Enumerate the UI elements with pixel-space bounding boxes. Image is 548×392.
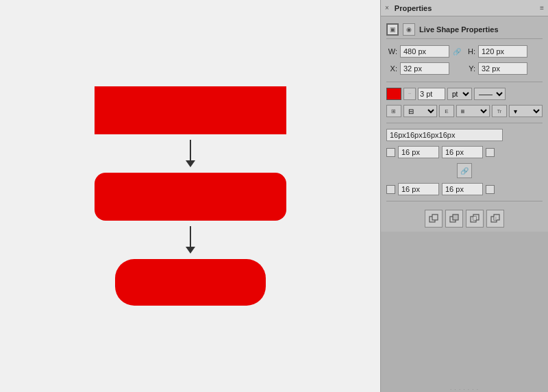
arrow-1 <box>186 140 195 167</box>
stroke-row: ╌ pt ▾ px ——— - - - <box>386 88 543 100</box>
wh-row: W: 🔗 H: <box>386 45 543 58</box>
panel-close-button[interactable]: × <box>385 4 389 12</box>
corner-br-input[interactable] <box>442 183 483 195</box>
align-select-3[interactable]: ▾ <box>509 105 543 117</box>
svg-rect-9 <box>494 217 497 220</box>
panel-body: ▣ ◉ Live Shape Properties W: 🔗 H: X: Y: … <box>381 16 548 232</box>
xy-row: X: Y: <box>386 62 543 75</box>
transform-icon[interactable]: ▣ <box>386 23 399 36</box>
align-row: ⊞ ⊟ E ≡ Tr ▾ <box>386 105 543 117</box>
divider-1 <box>386 82 543 82</box>
x-input[interactable] <box>400 62 449 75</box>
h-input[interactable] <box>478 45 527 58</box>
appearance-icon[interactable]: ◉ <box>403 23 415 36</box>
rect-more-rounded[interactable] <box>115 259 266 306</box>
arrow-head-2 <box>186 247 195 254</box>
corner-all-row <box>386 129 543 141</box>
arrow-line-2 <box>190 226 191 247</box>
resize-dots: · · · · · · · <box>450 387 479 393</box>
path-op-intersect[interactable] <box>466 210 484 228</box>
properties-panel: × Properties ≡ ▣ ◉ Live Shape Properties… <box>380 0 548 392</box>
divider-2 <box>386 123 543 123</box>
corner-br-checkbox[interactable] <box>486 185 495 194</box>
fill-color-swatch[interactable] <box>386 88 401 100</box>
corner-tl-checkbox[interactable] <box>386 148 395 157</box>
stroke-unit-select[interactable]: pt ▾ px <box>447 88 472 100</box>
align-select-1[interactable]: ⊟ <box>403 105 437 117</box>
arrow-line-1 <box>190 140 191 160</box>
rect-rounded[interactable] <box>95 173 286 221</box>
panel-resize-handle[interactable]: · · · · · · · <box>381 387 548 392</box>
live-shape-header: ▣ ◉ Live Shape Properties <box>386 21 543 39</box>
corner-bl-input[interactable] <box>398 183 439 195</box>
path-op-exclude[interactable] <box>486 210 504 228</box>
corner-all-input[interactable] <box>386 129 503 141</box>
path-op-union[interactable] <box>425 210 443 228</box>
corner-bl-br-row <box>386 183 543 195</box>
x-label: X: <box>386 64 397 73</box>
wh-link-icon[interactable]: 🔗 <box>452 47 462 56</box>
arrow-head-1 <box>186 160 195 167</box>
y-label: Y: <box>464 64 475 73</box>
svg-rect-1 <box>432 215 438 220</box>
corner-tl-tr-row <box>386 146 543 158</box>
w-input[interactable] <box>400 45 449 58</box>
arrow-2 <box>186 226 195 254</box>
align-icon-1[interactable]: ⊞ <box>386 105 401 117</box>
live-shape-title: Live Shape Properties <box>419 25 499 34</box>
shape-group <box>95 86 286 306</box>
panel-header-left: × Properties <box>385 4 432 12</box>
svg-rect-6 <box>473 217 476 220</box>
svg-rect-3 <box>453 215 458 220</box>
panel-menu-button[interactable]: ≡ <box>540 4 544 12</box>
align-icon-2[interactable]: E <box>439 105 454 117</box>
corner-bl-checkbox[interactable] <box>386 185 395 194</box>
stroke-style-select[interactable]: ——— - - - <box>474 88 506 100</box>
rect-sharp[interactable] <box>95 86 286 134</box>
path-ops-row <box>386 210 543 228</box>
panel-header: × Properties ≡ <box>381 0 548 16</box>
divider-3 <box>386 201 543 201</box>
panel-title: Properties <box>395 4 432 12</box>
align-select-2[interactable]: ≡ <box>456 105 490 117</box>
path-op-subtract[interactable] <box>445 210 463 228</box>
stroke-width-input[interactable] <box>418 88 445 100</box>
h-label: H: <box>464 47 475 56</box>
corner-tr-checkbox[interactable] <box>486 148 495 157</box>
stroke-dash-btn[interactable]: ╌ <box>403 88 416 100</box>
corner-tr-input[interactable] <box>442 146 483 158</box>
corner-tl-input[interactable] <box>398 146 439 158</box>
align-icon-3[interactable]: Tr <box>492 105 507 117</box>
y-input[interactable] <box>478 62 527 75</box>
w-label: W: <box>386 47 397 56</box>
corner-link-button[interactable]: 🔗 <box>457 163 472 178</box>
canvas-area <box>0 0 380 392</box>
